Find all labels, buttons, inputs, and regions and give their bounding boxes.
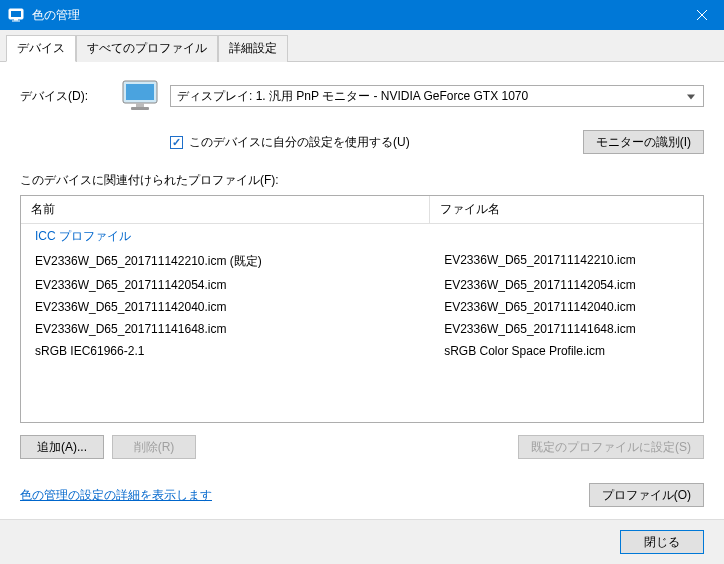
profile-file: EV2336W_D65_201711142040.icm (430, 298, 703, 316)
table-header: 名前 ファイル名 (21, 196, 703, 224)
column-name[interactable]: 名前 (21, 196, 430, 223)
profile-file: EV2336W_D65_201711142210.icm (430, 251, 703, 272)
profile-buttons-row: 追加(A)... 削除(R) 既定のプロファイルに設定(S) (20, 435, 704, 459)
link-row: 色の管理の設定の詳細を表示します プロファイル(O) (20, 483, 704, 507)
profile-name: EV2336W_D65_201711142210.icm (既定) (21, 251, 430, 272)
close-button[interactable] (679, 0, 724, 30)
profile-name: EV2336W_D65_201711142040.icm (21, 298, 430, 316)
set-default-button: 既定のプロファイルに設定(S) (518, 435, 704, 459)
monitor-icon (120, 78, 160, 114)
tab-all-profiles[interactable]: すべてのプロファイル (76, 35, 218, 62)
device-panel: デバイス(D): ディスプレイ: 1. 汎用 PnP モニター - NVIDIA… (0, 62, 724, 519)
profile-name: EV2336W_D65_201711142054.icm (21, 276, 430, 294)
tab-strip: デバイス すべてのプロファイル 詳細設定 (0, 30, 724, 62)
use-settings-row: このデバイスに自分の設定を使用する(U) モニターの識別(I) (170, 130, 704, 154)
svg-rect-9 (131, 107, 149, 110)
profile-name: EV2336W_D65_201711141648.icm (21, 320, 430, 338)
use-settings-label: このデバイスに自分の設定を使用する(U) (189, 134, 410, 151)
footer: 閉じる (0, 519, 724, 564)
table-row[interactable]: EV2336W_D65_201711142054.icmEV2336W_D65_… (21, 274, 703, 296)
profile-name: sRGB IEC61966-2.1 (21, 342, 430, 360)
table-row[interactable]: EV2336W_D65_201711142210.icm (既定)EV2336W… (21, 249, 703, 274)
advanced-settings-link[interactable]: 色の管理の設定の詳細を表示します (20, 487, 212, 504)
add-button[interactable]: 追加(A)... (20, 435, 104, 459)
table-row[interactable]: EV2336W_D65_201711141648.icmEV2336W_D65_… (21, 318, 703, 340)
profiles-table[interactable]: 名前 ファイル名 ICC プロファイル EV2336W_D65_20171114… (20, 195, 704, 423)
content-area: デバイス すべてのプロファイル 詳細設定 デバイス(D): ディスプレイ: 1.… (0, 30, 724, 564)
titlebar: 色の管理 (0, 0, 724, 30)
close-icon (697, 10, 707, 20)
profile-file: EV2336W_D65_201711141648.icm (430, 320, 703, 338)
profiles-section-label: このデバイスに関連付けられたプロファイル(F): (20, 172, 704, 189)
tab-advanced[interactable]: 詳細設定 (218, 35, 288, 62)
table-row[interactable]: EV2336W_D65_201711142040.icmEV2336W_D65_… (21, 296, 703, 318)
window-title: 色の管理 (32, 7, 679, 24)
svg-rect-8 (136, 103, 144, 107)
icc-group-header: ICC プロファイル (21, 224, 703, 249)
device-label: デバイス(D): (20, 88, 110, 105)
svg-rect-7 (126, 84, 154, 100)
column-file[interactable]: ファイル名 (430, 196, 703, 223)
profile-file: EV2336W_D65_201711142054.icm (430, 276, 703, 294)
use-settings-checkbox[interactable] (170, 136, 183, 149)
table-row[interactable]: sRGB IEC61966-2.1sRGB Color Space Profil… (21, 340, 703, 362)
profiles-button[interactable]: プロファイル(O) (589, 483, 704, 507)
svg-rect-2 (14, 19, 18, 21)
device-selected-text: ディスプレイ: 1. 汎用 PnP モニター - NVIDIA GeForce … (177, 88, 528, 105)
tab-device[interactable]: デバイス (6, 35, 76, 62)
close-dialog-button[interactable]: 閉じる (620, 530, 704, 554)
identify-monitor-button[interactable]: モニターの識別(I) (583, 130, 704, 154)
svg-rect-3 (12, 21, 20, 22)
profile-file: sRGB Color Space Profile.icm (430, 342, 703, 360)
spacer (204, 435, 510, 459)
device-dropdown[interactable]: ディスプレイ: 1. 汎用 PnP モニター - NVIDIA GeForce … (170, 85, 704, 107)
app-icon (8, 7, 24, 23)
device-selector-row: デバイス(D): ディスプレイ: 1. 汎用 PnP モニター - NVIDIA… (20, 78, 704, 114)
remove-button: 削除(R) (112, 435, 196, 459)
svg-rect-1 (11, 11, 21, 17)
